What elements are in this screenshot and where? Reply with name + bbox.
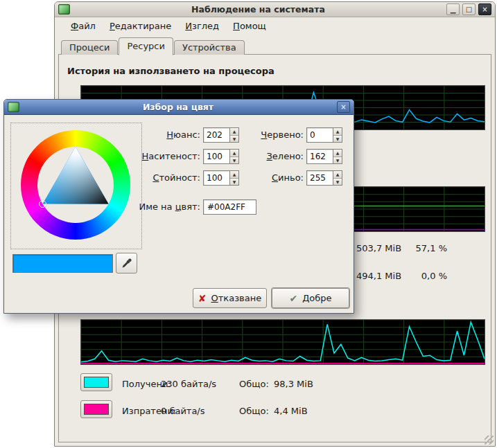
blue-input[interactable] bbox=[306, 170, 333, 186]
minimize-button[interactable]: ▁ bbox=[446, 3, 460, 15]
eyedropper-icon bbox=[121, 258, 132, 269]
sent-color-swatch bbox=[84, 404, 109, 415]
tabstrip: Процеси Ресурси Устройства bbox=[61, 38, 245, 55]
green-down-icon[interactable]: ▼ bbox=[333, 157, 342, 164]
received-total-label: Общо: bbox=[239, 378, 269, 391]
blue-up-icon[interactable]: ▲ bbox=[333, 171, 342, 179]
red-label: Червено: bbox=[234, 127, 304, 143]
ok-button[interactable]: ✔ Добре bbox=[272, 288, 349, 308]
green-label: Зелено: bbox=[234, 149, 304, 164]
color-preview bbox=[12, 254, 113, 273]
app-icon bbox=[58, 4, 70, 15]
red-up-icon[interactable]: ▲ bbox=[333, 128, 342, 136]
maximize-button[interactable]: □ bbox=[462, 3, 476, 15]
sent-color-button[interactable] bbox=[80, 400, 112, 418]
resize-grip[interactable] bbox=[485, 436, 494, 445]
hue-ring[interactable] bbox=[21, 130, 130, 240]
memory-percent: 57,1 % bbox=[392, 242, 447, 255]
cancel-icon: ✘ bbox=[198, 294, 207, 303]
tab-resources[interactable]: Ресурси bbox=[119, 37, 173, 55]
menu-file[interactable]: Файл bbox=[64, 19, 102, 33]
received-rate: 230 байта/s bbox=[161, 378, 216, 391]
blue-spinner: ▲▼ bbox=[306, 170, 342, 186]
eyedropper-button[interactable] bbox=[116, 253, 137, 274]
cancel-label: Отказване bbox=[211, 293, 262, 303]
cancel-button[interactable]: ✘ Отказване bbox=[193, 288, 267, 308]
green-spinner: ▲▼ bbox=[306, 149, 342, 164]
red-down-icon[interactable]: ▼ bbox=[333, 136, 342, 143]
sent-total-label: Общо: bbox=[239, 405, 269, 418]
dialog-title: Избор на цвят bbox=[22, 102, 334, 112]
received-color-button[interactable] bbox=[80, 373, 112, 391]
hue-label: Нюанс: bbox=[117, 127, 200, 143]
saturation-input[interactable] bbox=[203, 149, 229, 164]
saturation-label: Наситеност: bbox=[117, 149, 200, 164]
received-color-swatch bbox=[84, 377, 109, 388]
blue-label: Синьо: bbox=[234, 170, 304, 186]
value-input[interactable] bbox=[203, 170, 229, 186]
cpu-history-heading: История на използването на процесора bbox=[67, 66, 274, 76]
menu-view[interactable]: Изглед bbox=[179, 19, 225, 33]
dialog-app-icon bbox=[8, 102, 19, 112]
tab-devices[interactable]: Устройства bbox=[174, 40, 245, 55]
color-name-label: Име на цвят: bbox=[117, 199, 200, 215]
menubar: Файл Редактиране Изглед Помощ bbox=[55, 17, 495, 34]
dialog-close-button[interactable]: × bbox=[337, 101, 350, 113]
main-titlebar[interactable]: Наблюдение на системата ▁ □ × bbox=[55, 2, 495, 17]
main-window-title: Наблюдение на системата bbox=[73, 4, 444, 15]
red-input[interactable] bbox=[306, 127, 333, 143]
ok-label: Добре bbox=[302, 293, 331, 303]
swap-percent: 0,0 % bbox=[392, 270, 447, 283]
dialog-titlebar[interactable]: Избор на цвят × bbox=[4, 100, 354, 115]
menu-help[interactable]: Помощ bbox=[227, 19, 272, 33]
menu-edit[interactable]: Редактиране bbox=[103, 19, 177, 33]
green-input[interactable] bbox=[306, 149, 333, 164]
green-up-icon[interactable]: ▲ bbox=[333, 150, 342, 157]
ok-icon: ✔ bbox=[289, 294, 297, 303]
value-label: Стойност: bbox=[117, 170, 200, 186]
received-total: 98,3 MiB bbox=[274, 378, 313, 391]
close-button[interactable]: × bbox=[478, 3, 491, 15]
color-selector-dot[interactable] bbox=[39, 200, 46, 208]
hue-input[interactable] bbox=[203, 127, 229, 143]
network-history-chart bbox=[80, 319, 485, 365]
sent-rate: 0 байта/s bbox=[161, 405, 205, 418]
tab-processes[interactable]: Процеси bbox=[61, 40, 118, 55]
sent-total: 4,4 MiB bbox=[274, 405, 308, 418]
red-spinner: ▲▼ bbox=[306, 127, 342, 143]
blue-down-icon[interactable]: ▼ bbox=[333, 179, 342, 186]
color-picker-dialog: Избор на цвят × Нюанс: ▲▼ Червено: ▲▼ На… bbox=[3, 99, 354, 314]
color-name-input[interactable] bbox=[203, 199, 256, 215]
